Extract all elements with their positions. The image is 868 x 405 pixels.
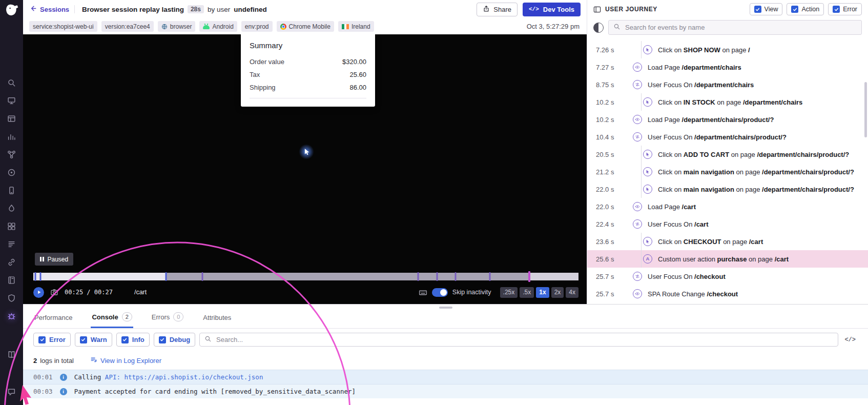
journey-event-row[interactable]: 22.0 sLoad Page /cart	[587, 198, 868, 215]
back-to-sessions-link[interactable]: Sessions	[29, 5, 69, 14]
tag-os[interactable]: Android	[199, 21, 237, 32]
sidebar-network-icon[interactable]	[5, 148, 18, 161]
event-marker[interactable]	[489, 272, 490, 281]
journey-toggle-error[interactable]: Error	[828, 3, 862, 15]
journey-event-row[interactable]: 10.2 sLoad Page /department/chairs/produ…	[587, 111, 868, 128]
sidebar-infrastructure-icon[interactable]	[5, 220, 18, 233]
log-message: Calling API: https://api.shopist.io/chec…	[74, 373, 263, 381]
tab-console[interactable]: Console2	[91, 312, 133, 328]
tag-version[interactable]: version:ea7cee4	[101, 21, 154, 32]
journey-event-row[interactable]: 21.2 sClick on main navigation on page /…	[587, 163, 868, 180]
speed-4x-button[interactable]: 4x	[566, 287, 578, 298]
journey-toggle-action[interactable]: Action	[787, 3, 824, 15]
checkbox-checked-icon[interactable]	[80, 336, 87, 343]
sidebar-synthetics-icon[interactable]	[5, 166, 18, 179]
sidebar-apm-icon[interactable]	[5, 202, 18, 215]
sidebar-feedback-icon[interactable]	[5, 386, 18, 399]
journey-event-row[interactable]: 25.7 sUser Focus On /checkout	[587, 268, 868, 285]
speed-.25x-button[interactable]: .25x	[500, 287, 518, 298]
datadog-logo[interactable]	[4, 3, 19, 18]
console-filter-debug[interactable]: Debug	[154, 333, 195, 347]
panel-resize-handle[interactable]	[439, 307, 452, 309]
tab-performance[interactable]: Performance	[33, 314, 73, 328]
checkbox-checked-icon[interactable]	[791, 6, 798, 13]
keyboard-shortcuts-icon[interactable]	[419, 288, 427, 297]
event-marker[interactable]	[454, 272, 456, 281]
tag-service[interactable]: service:shopist-web-ui	[29, 21, 97, 32]
journey-event-row[interactable]: 23.6 sClick on CHECKOUT on page /cart	[587, 233, 868, 250]
console-filter-warn[interactable]: Warn	[75, 333, 112, 347]
sidebar-docs-icon[interactable]	[5, 348, 18, 361]
screenshot-icon[interactable]	[50, 288, 58, 296]
journey-event-row[interactable]: 25.7 sSPA Route Change /checkout	[587, 285, 868, 302]
collapse-panel-icon[interactable]	[593, 6, 601, 13]
sidebar-metrics-icon[interactable]	[5, 130, 18, 144]
speed-1x-button[interactable]: 1x	[536, 287, 549, 298]
event-marker[interactable]	[437, 272, 438, 281]
scrollbar-thumb[interactable]	[864, 82, 867, 137]
journey-event-row[interactable]: 7.27 sLoad Page /department/chairs	[587, 58, 868, 76]
event-marker[interactable]	[39, 272, 41, 281]
summary-title: Summary	[250, 41, 366, 50]
event-marker[interactable]	[35, 272, 36, 281]
sidebar-host-map-icon[interactable]	[5, 94, 18, 108]
journey-search[interactable]	[608, 20, 862, 35]
timeline-density-icon[interactable]	[593, 23, 604, 33]
ireland-icon	[342, 24, 349, 29]
console-log-row[interactable]: 00:01iCalling API: https://api.shopist.i…	[23, 370, 868, 384]
console-search-input[interactable]	[215, 335, 833, 344]
paused-badge: Paused	[35, 253, 73, 266]
journey-event-row[interactable]: 22.4 sUser Focus On /cart	[587, 215, 868, 233]
checkbox-checked-icon[interactable]	[754, 6, 761, 13]
timeline-scrubber[interactable]	[33, 273, 578, 280]
playhead-marker[interactable]	[528, 271, 530, 282]
journey-event-row[interactable]: 10.2 sClick on IN STOCK on page /departm…	[587, 93, 868, 111]
journey-filter-toggles: ViewActionError	[750, 3, 862, 15]
journey-event-row[interactable]: 22.0 sClick on main navigation on page /…	[587, 180, 868, 198]
summary-label: Shipping	[250, 84, 276, 91]
view-in-log-explorer-link[interactable]: View in Log Explorer	[90, 356, 161, 365]
checkbox-checked-icon[interactable]	[833, 6, 840, 13]
journey-event-row[interactable]: 25.6 sACustom user action purchase on pa…	[587, 250, 868, 268]
journey-event-row[interactable]: 10.4 sUser Focus On /department/chairs/p…	[587, 128, 868, 146]
journey-event-row[interactable]: 20.5 sClick on ADD TO CART on page /depa…	[587, 146, 868, 163]
player-controls: 00:25 / 00:27 /cart Skip inactivity .25x…	[33, 285, 578, 300]
code-view-icon[interactable]: </>	[842, 336, 858, 343]
sidebar-security-icon[interactable]	[5, 292, 18, 305]
journey-event-row[interactable]: 8.75 sUser Focus On /department/chairs	[587, 76, 868, 93]
tag-env[interactable]: env:prod	[241, 21, 273, 32]
sidebar-logs-icon[interactable]	[5, 238, 18, 251]
log-link[interactable]: API: https://api.shopist.io/checkout.jso…	[105, 373, 263, 381]
tag-browser[interactable]: browser	[158, 21, 196, 32]
skip-inactivity-toggle[interactable]	[432, 288, 448, 297]
play-button[interactable]	[33, 287, 44, 298]
tag-country[interactable]: Ireland	[338, 21, 374, 32]
tab-errors[interactable]: Errors0	[151, 312, 185, 328]
console-search[interactable]	[199, 333, 838, 347]
checkbox-checked-icon[interactable]	[121, 336, 129, 343]
sidebar-mobile-rum-icon[interactable]	[5, 184, 18, 197]
checkbox-checked-icon[interactable]	[159, 336, 166, 343]
dev-tools-button[interactable]: </> Dev Tools	[523, 3, 581, 16]
journey-toggle-view[interactable]: View	[750, 3, 783, 15]
speed-2x-button[interactable]: 2x	[551, 287, 564, 298]
event-marker[interactable]	[165, 272, 167, 281]
console-log-row[interactable]: 00:03iPayment accepted for card ending w…	[23, 384, 868, 398]
tag-device[interactable]: Chrome Mobile	[277, 21, 334, 32]
checkbox-checked-icon[interactable]	[38, 336, 46, 343]
sidebar-tables-icon[interactable]	[5, 112, 18, 126]
event-marker[interactable]	[418, 272, 419, 281]
console-filter-info[interactable]: Info	[116, 333, 150, 347]
sidebar-notebooks-icon[interactable]	[5, 274, 18, 287]
sidebar-search-icon[interactable]	[5, 76, 18, 90]
share-button[interactable]: Share	[477, 3, 518, 16]
journey-event-row[interactable]: 7.26 sClick on SHOP NOW on page /	[587, 41, 868, 58]
tab-attributes[interactable]: Attributes	[202, 314, 232, 328]
sidebar-session-replay-icon[interactable]	[5, 310, 18, 323]
console-filter-error[interactable]: Error	[33, 333, 71, 347]
event-marker[interactable]	[201, 272, 203, 281]
sidebar-integrations-icon[interactable]	[5, 256, 18, 269]
journey-search-input[interactable]	[624, 23, 857, 32]
speed-.5x-button[interactable]: .5x	[520, 287, 534, 298]
replay-viewport[interactable]: Summary Order value$320.00Tax25.60Shippi…	[23, 34, 587, 304]
